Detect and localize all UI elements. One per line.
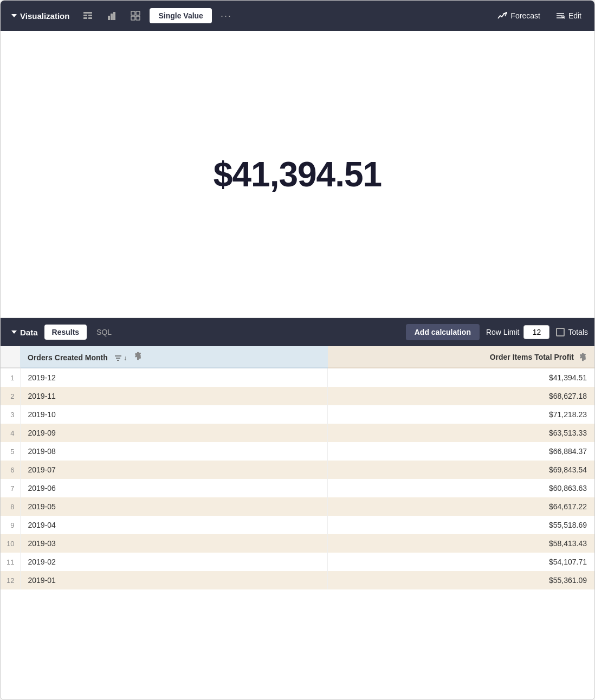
row-profit: $68,627.18	[328, 387, 594, 405]
edit-label: Edit	[568, 11, 581, 20]
table-view-button[interactable]	[78, 7, 98, 24]
row-number: 9	[1, 516, 20, 534]
svg-rect-0	[83, 12, 92, 14]
row-profit: $66,884.37	[328, 442, 594, 461]
row-date: 2019-07	[20, 461, 328, 479]
table-row[interactable]: 22019-11$68,627.18	[1, 387, 594, 405]
viz-section: Visualization	[7, 7, 236, 25]
row-date: 2019-12	[20, 368, 328, 387]
top-toolbar: Visualization	[1, 1, 594, 31]
row-profit: $69,843.54	[328, 461, 594, 479]
row-profit: $55,518.69	[328, 516, 594, 534]
visualization-toggle[interactable]: Visualization	[7, 8, 74, 24]
sql-tab[interactable]: SQL	[89, 325, 119, 340]
row-date: 2019-06	[20, 479, 328, 497]
data-table: Orders Created Month ↓	[1, 346, 594, 589]
pivot-button[interactable]	[126, 7, 145, 24]
row-number: 6	[1, 461, 20, 479]
forecast-label: Forecast	[510, 11, 540, 20]
svg-rect-8	[131, 11, 135, 15]
table-row[interactable]: 122019-01$55,361.09	[1, 571, 594, 589]
row-number: 12	[1, 571, 20, 589]
row-number: 1	[1, 368, 20, 387]
row-profit: $58,413.43	[328, 534, 594, 553]
main-container: Visualization	[0, 0, 595, 700]
col-header-date[interactable]: Orders Created Month ↓	[20, 346, 328, 368]
totals-label[interactable]: Totals	[556, 328, 588, 336]
forecast-button[interactable]: Forecast	[491, 8, 546, 23]
forecast-icon	[497, 12, 507, 20]
table-row[interactable]: 62019-07$69,843.54	[1, 461, 594, 479]
table-row[interactable]: 102019-03$58,413.43	[1, 534, 594, 553]
row-date: 2019-11	[20, 387, 328, 405]
row-number: 3	[1, 405, 20, 424]
row-date: 2019-02	[20, 553, 328, 571]
row-profit: $41,394.51	[328, 368, 594, 387]
single-value-display: $41,394.51	[214, 154, 381, 195]
visualization-area: $41,394.51	[1, 31, 594, 318]
row-date: 2019-01	[20, 571, 328, 589]
row-number: 11	[1, 553, 20, 571]
visualization-label: Visualization	[20, 11, 69, 21]
table-row[interactable]: 52019-08$66,884.37	[1, 442, 594, 461]
svg-rect-2	[88, 15, 92, 16]
row-limit-input[interactable]	[523, 325, 549, 339]
row-profit: $55,361.09	[328, 571, 594, 589]
bottom-toolbar: Data Results SQL Add calculation Row Lim…	[1, 318, 594, 346]
svg-rect-9	[136, 11, 140, 15]
totals-checkbox[interactable]	[556, 328, 565, 336]
table-row[interactable]: 32019-10$71,218.23	[1, 405, 594, 424]
row-number: 8	[1, 497, 20, 516]
row-profit: $60,863.63	[328, 479, 594, 497]
table-row[interactable]: 12019-12$41,394.51	[1, 368, 594, 387]
row-date: 2019-10	[20, 405, 328, 424]
row-date: 2019-05	[20, 497, 328, 516]
row-profit: $54,107.71	[328, 553, 594, 571]
add-calculation-button[interactable]: Add calculation	[406, 324, 480, 340]
single-value-tab[interactable]: Single Value	[150, 8, 211, 23]
bar-chart-button[interactable]	[102, 7, 121, 24]
sort-icon[interactable]: ↓	[112, 354, 127, 362]
row-number: 10	[1, 534, 20, 553]
row-date: 2019-04	[20, 516, 328, 534]
row-profit: $71,218.23	[328, 405, 594, 424]
svg-rect-11	[136, 16, 140, 20]
row-number: 5	[1, 442, 20, 461]
col2-settings-icon[interactable]	[578, 353, 587, 361]
col1-label: Orders Created Month	[28, 353, 108, 362]
row-limit-label: Row Limit	[486, 328, 519, 336]
table-row[interactable]: 72019-06$60,863.63	[1, 479, 594, 497]
row-number: 7	[1, 479, 20, 497]
svg-rect-5	[108, 16, 110, 20]
table-row[interactable]: 82019-05$64,617.22	[1, 497, 594, 516]
totals-text: Totals	[568, 328, 588, 336]
edit-button[interactable]: Edit	[549, 8, 588, 23]
more-button[interactable]: ···	[216, 7, 236, 25]
table-row[interactable]: 112019-02$54,107.71	[1, 553, 594, 571]
row-profit: $63,513.33	[328, 424, 594, 442]
svg-rect-3	[83, 17, 87, 19]
chevron-down-icon	[11, 14, 17, 17]
col1-settings-icon[interactable]	[133, 352, 142, 360]
svg-rect-6	[111, 14, 113, 20]
row-date: 2019-09	[20, 424, 328, 442]
data-chevron-icon	[11, 330, 17, 334]
svg-rect-10	[131, 16, 135, 20]
row-date: 2019-08	[20, 442, 328, 461]
row-profit: $64,617.22	[328, 497, 594, 516]
svg-rect-1	[83, 15, 87, 16]
svg-rect-4	[88, 17, 92, 19]
svg-rect-7	[113, 12, 115, 20]
table-row[interactable]: 42019-09$63,513.33	[1, 424, 594, 442]
table-row[interactable]: 92019-04$55,518.69	[1, 516, 594, 534]
data-label: Data	[20, 328, 38, 337]
data-table-section: Orders Created Month ↓	[1, 346, 594, 699]
data-toggle[interactable]: Data	[7, 325, 42, 340]
col-header-profit[interactable]: Order Items Total Profit	[328, 346, 594, 368]
row-number: 2	[1, 387, 20, 405]
row-date: 2019-03	[20, 534, 328, 553]
col2-label: Order Items Total Profit	[490, 353, 574, 361]
row-num-header	[1, 346, 20, 368]
results-tab[interactable]: Results	[44, 325, 87, 340]
edit-icon	[555, 12, 565, 20]
